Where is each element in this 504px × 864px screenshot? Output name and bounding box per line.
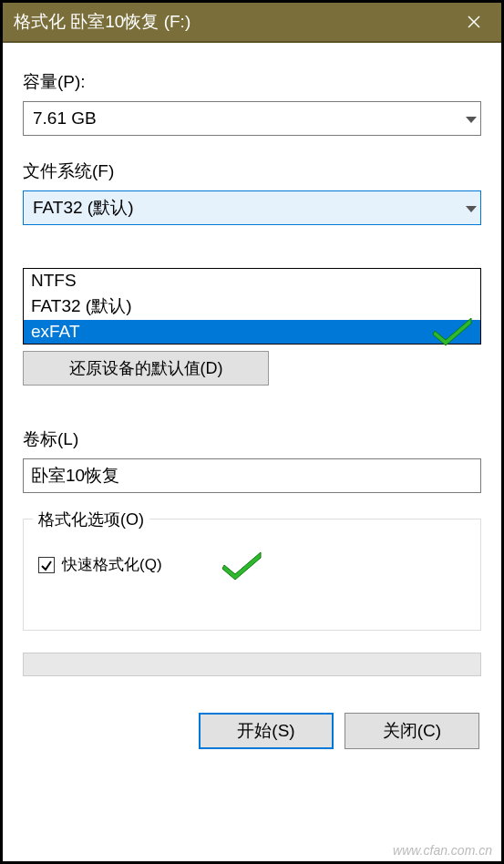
chevron-down-icon [466,198,477,218]
dialog-body: 容量(P): 7.61 GB 文件系统(F) FAT32 (默认) NTFS F… [3,43,501,861]
filesystem-dropdown: NTFS FAT32 (默认) exFAT [23,268,481,345]
capacity-combo[interactable]: 7.61 GB [23,101,481,136]
filesystem-label: 文件系统(F) [23,159,481,183]
volume-label: 卷标(L) [23,427,481,451]
capacity-value: 7.61 GB [33,108,97,129]
volume-input[interactable] [23,458,481,493]
filesystem-value: FAT32 (默认) [33,196,134,220]
check-icon [40,559,53,571]
watermark-text: www.cfan.com.cn [393,843,492,858]
dialog-footer: 开始(S) 关闭(C) [23,713,481,749]
checkmark-icon [431,314,475,352]
close-button[interactable]: 关闭(C) [345,713,479,749]
svg-marker-3 [466,206,477,212]
filesystem-option-ntfs[interactable]: NTFS [24,269,480,293]
titlebar: 格式化 卧室10恢复 (F:) [3,3,501,43]
start-button[interactable]: 开始(S) [199,713,334,749]
chevron-down-icon [466,108,477,129]
filesystem-option-fat32[interactable]: FAT32 (默认) [24,293,480,320]
close-icon [468,15,480,28]
svg-marker-2 [466,117,477,123]
filesystem-option-exfat-label: exFAT [31,322,80,341]
window-title: 格式化 卧室10恢复 (F:) [14,10,190,34]
capacity-label: 容量(P): [23,70,481,94]
close-window-button[interactable] [447,2,501,42]
filesystem-combo[interactable]: FAT32 (默认) [23,190,481,225]
format-options-group: 格式化选项(O) 快速格式化(Q) [23,519,481,631]
progress-bar [23,653,481,676]
filesystem-option-exfat[interactable]: exFAT [24,320,480,344]
format-options-title: 格式化选项(O) [33,509,149,530]
restore-defaults-button[interactable]: 还原设备的默认值(D) [23,351,269,386]
quick-format-label: 快速格式化(Q) [62,554,162,575]
checkmark-icon [221,549,264,586]
quick-format-checkbox[interactable] [38,557,55,573]
